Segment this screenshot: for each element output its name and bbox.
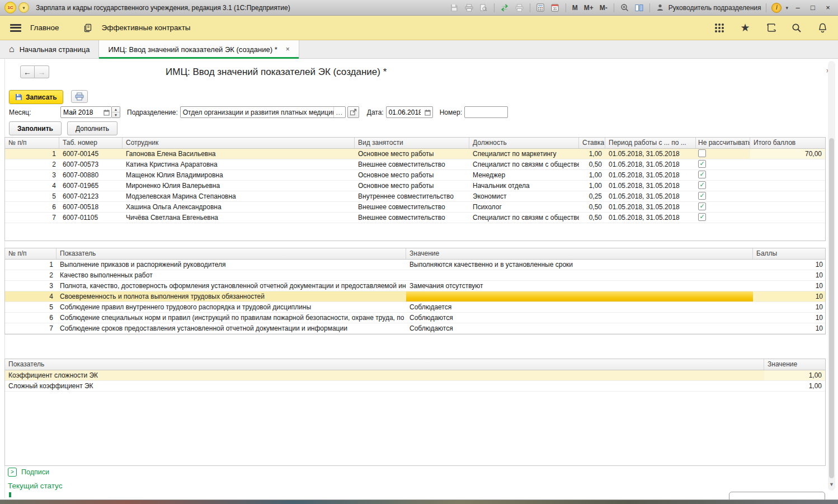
not-calculate-checkbox[interactable]: ✓ xyxy=(698,181,706,189)
chevron-down-icon[interactable]: ▾ xyxy=(785,5,788,11)
not-calculate-checkbox[interactable]: ✓ xyxy=(698,202,706,210)
indicators-cell[interactable]: Полнота, качество, достоверность оформле… xyxy=(57,281,406,291)
current-status-link[interactable]: Текущий статус xyxy=(8,482,62,490)
employees-cell[interactable]: 01.05.2018, 31.05.2018 xyxy=(605,159,696,169)
indicators-cell[interactable]: 10 xyxy=(753,302,826,312)
indicators-cell[interactable]: Соблюдение правил внутреннего трудового … xyxy=(57,302,406,312)
not-calculate-checkbox[interactable]: ✓ xyxy=(698,171,706,178)
employees-column-header[interactable]: Вид занятости xyxy=(355,138,469,148)
apps-grid-icon[interactable] xyxy=(714,22,725,34)
employees-cell[interactable]: 3 xyxy=(5,170,59,180)
indicators-row-4[interactable]: 4Своевременность и полнота выполнения тр… xyxy=(5,291,825,302)
employees-row-7[interactable]: 76007-01105Чичёва Светлана ЕвгеньевнаВне… xyxy=(5,213,825,223)
indicators-column-header[interactable]: Значение xyxy=(406,248,753,259)
employees-cell[interactable]: Психолог xyxy=(469,202,579,212)
employees-column-header[interactable]: Не рассчитывать xyxy=(696,138,750,148)
not-calculate-checkbox[interactable] xyxy=(698,149,706,157)
indicators-cell[interactable]: Соблюдаются xyxy=(406,313,753,323)
history-icon[interactable] xyxy=(765,22,776,34)
month-calendar-icon[interactable] xyxy=(102,107,111,117)
employees-cell[interactable]: Чичёва Светлана Евгеньевна xyxy=(123,213,355,223)
add-button[interactable]: Дополнить xyxy=(67,121,117,135)
employees-column-header[interactable]: № п/п xyxy=(5,138,59,148)
employees-cell[interactable]: ✓ xyxy=(696,170,750,180)
employees-cell[interactable]: Экономист xyxy=(469,191,579,201)
not-calculate-checkbox[interactable]: ✓ xyxy=(698,192,706,200)
employees-cell[interactable]: ✓ xyxy=(696,181,750,191)
employees-cell[interactable]: 1,00 xyxy=(579,170,605,180)
employees-cell[interactable]: Внешнее совместительство xyxy=(355,159,469,169)
employees-cell[interactable]: Модзелевская Марина Степановна xyxy=(123,191,355,201)
employees-cell[interactable]: 6007-00145 xyxy=(59,149,123,159)
employees-cell[interactable]: 0,50 xyxy=(579,202,605,212)
split-window-icon[interactable] xyxy=(634,2,644,13)
coefficients-cell[interactable]: Коэффициент сложности ЭК xyxy=(5,370,764,380)
indicators-cell[interactable]: Соблюдение сроков предоставления установ… xyxy=(57,323,406,333)
employees-cell[interactable]: Внешнее совместительство xyxy=(355,213,469,223)
employees-cell[interactable]: 2 xyxy=(5,159,59,169)
memory-m-plus-button[interactable]: M+ xyxy=(583,4,595,12)
employees-row-5[interactable]: 56007-02123Модзелевская Марина Степановн… xyxy=(5,191,825,202)
date-field[interactable] xyxy=(386,106,433,118)
indicators-cell[interactable]: 1 xyxy=(5,260,57,270)
date-calendar-icon[interactable] xyxy=(423,107,432,117)
employees-column-header[interactable]: Ставка xyxy=(579,138,605,148)
indicators-column-header[interactable]: Баллы xyxy=(753,248,826,259)
employees-cell[interactable]: Мащенок Юлия Владимировна xyxy=(123,170,355,180)
print-icon[interactable] xyxy=(464,2,474,13)
tab-close-icon[interactable]: × xyxy=(286,45,290,53)
employees-cell[interactable]: 01.05.2018, 31.05.2018 xyxy=(605,213,696,223)
indicators-cell[interactable]: 10 xyxy=(753,260,826,270)
employees-cell[interactable] xyxy=(750,202,825,212)
employees-cell[interactable]: 1,00 xyxy=(579,181,605,191)
indicators-cell[interactable]: Замечания отсутствуют xyxy=(406,281,753,291)
employees-cell[interactable] xyxy=(750,191,825,201)
employees-column-header[interactable]: Должность xyxy=(469,138,579,148)
employees-cell[interactable]: 0,50 xyxy=(579,213,605,223)
hamburger-menu-icon[interactable] xyxy=(10,24,21,32)
coefficients-column-header[interactable]: Значение xyxy=(764,359,825,370)
indicators-row-2[interactable]: 2Качество выполненных работ10 xyxy=(5,270,825,281)
coefficients-cell[interactable]: 1,00 xyxy=(764,370,825,380)
department-field[interactable]: Отдел организации и развития платных мед… xyxy=(180,106,346,118)
employees-column-header[interactable]: Период работы с ... по ... xyxy=(605,138,696,148)
coefficients-row-1[interactable]: Коэффициент сложности ЭК1,00 xyxy=(5,370,825,381)
employees-cell[interactable] xyxy=(750,159,825,169)
month-input[interactable] xyxy=(61,109,102,116)
scrollbar-thumb[interactable] xyxy=(829,138,834,478)
indicators-cell[interactable]: Соблюдение специальных норм и правил (ин… xyxy=(57,313,406,323)
number-field[interactable] xyxy=(464,106,508,118)
employees-cell[interactable] xyxy=(750,181,825,191)
menu-item-effective-contracts[interactable]: Эффективные контракты xyxy=(102,23,191,32)
employees-cell[interactable]: Менеджер xyxy=(469,170,579,180)
employees-cell[interactable]: ✓ xyxy=(696,159,750,169)
employees-cell[interactable]: Гапонова Елена Васильевна xyxy=(123,149,355,159)
indicators-cell[interactable]: 6 xyxy=(5,313,57,323)
data-exchange-icon[interactable] xyxy=(500,2,510,13)
month-field[interactable] xyxy=(60,106,112,118)
employees-cell[interactable]: 6 xyxy=(5,202,59,212)
forward-button[interactable]: → xyxy=(35,65,49,78)
print-button[interactable] xyxy=(71,90,88,103)
search-icon[interactable] xyxy=(791,22,802,34)
back-button[interactable]: ← xyxy=(20,65,35,78)
scrollbar-down-icon[interactable]: ▼ xyxy=(829,482,834,487)
employees-cell[interactable]: 01.05.2018, 31.05.2018 xyxy=(605,191,696,201)
signatures-group[interactable]: > Подписи xyxy=(8,468,49,477)
employees-cell[interactable]: 6007-00573 xyxy=(59,159,123,169)
employees-cell[interactable]: 1 xyxy=(5,149,59,159)
coefficients-cell[interactable]: Сложный коэффициент ЭК xyxy=(5,381,764,391)
indicators-cell[interactable] xyxy=(406,291,753,302)
employees-cell[interactable]: 6007-01105 xyxy=(59,213,123,223)
employees-column-header[interactable]: Итого баллов xyxy=(750,138,825,148)
indicators-column-header[interactable]: № п/п xyxy=(5,248,57,259)
employees-row-1[interactable]: 16007-00145Гапонова Елена ВасильевнаОсно… xyxy=(5,149,825,159)
save-button[interactable]: Записать xyxy=(9,90,63,104)
employees-cell[interactable]: ✓ xyxy=(696,191,750,201)
employees-cell[interactable]: 70,00 xyxy=(750,149,825,159)
month-stepper[interactable]: ▲▼ xyxy=(112,106,120,118)
employees-cell[interactable]: 6007-00880 xyxy=(59,170,123,180)
employees-cell[interactable]: 4 xyxy=(5,181,59,191)
indicators-cell[interactable]: Своевременность и полнота выполнения тру… xyxy=(57,291,406,302)
employees-cell[interactable]: 1,00 xyxy=(579,149,605,159)
